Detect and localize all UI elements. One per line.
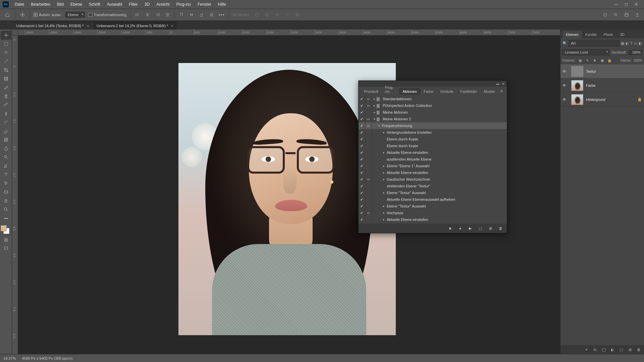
action-row[interactable]: ✔▸Ebene "Ebene 1" Auswahl	[359, 163, 507, 169]
action-dialog-toggle[interactable]	[365, 142, 372, 149]
action-row[interactable]: ✔▭▾Frequenztrennung	[359, 122, 507, 129]
panel-tab-farbe[interactable]: Farbe	[420, 88, 437, 95]
align-bottom-icon[interactable]	[198, 11, 205, 18]
layer-name[interactable]: Textur	[586, 69, 642, 73]
expand-toggle-icon[interactable]: ▾	[372, 117, 377, 121]
action-enabled-checkbox[interactable]: ✔	[359, 136, 365, 142]
layer-row[interactable]: 👁Textur	[560, 64, 644, 78]
home-icon[interactable]	[3, 11, 11, 19]
align-center-v-icon[interactable]	[188, 11, 195, 18]
menu-item-filter[interactable]: Filter	[125, 1, 141, 8]
hand-tool-icon[interactable]	[1, 196, 11, 205]
expand-toggle-icon[interactable]: ▸	[372, 111, 377, 114]
menu-item-bild[interactable]: Bild	[54, 1, 67, 8]
layer-visibility-icon[interactable]: 👁	[562, 98, 569, 102]
action-row[interactable]: ✔▸Aktuelle Ebene einstellen	[359, 149, 507, 156]
action-row[interactable]: ✔▭▸▇Standardaktionen	[359, 96, 507, 102]
action-row[interactable]: ✔ausblenden Aktuelle Ebene	[359, 156, 507, 163]
more-options-icon[interactable]: •••	[218, 11, 225, 18]
rectangle-tool-icon[interactable]	[1, 188, 11, 196]
expand-toggle-icon[interactable]: ▸	[381, 178, 386, 181]
new-set-icon[interactable]: ▢	[477, 225, 483, 231]
action-enabled-checkbox[interactable]: ✔	[359, 96, 365, 102]
crop-tool-icon[interactable]	[1, 66, 11, 74]
type-tool-icon[interactable]	[1, 170, 11, 179]
action-row[interactable]: ✔Aktuelle Ebene Ebenenauswahl aufheben	[359, 196, 507, 203]
layer-mask-icon[interactable]: ◯	[601, 347, 606, 352]
delete-action-icon[interactable]: 🗑	[497, 225, 503, 231]
layer-visibility-icon[interactable]: 👁	[562, 69, 569, 73]
action-enabled-checkbox[interactable]: ✔	[359, 116, 365, 122]
filter-pixel-icon[interactable]: ▦	[621, 40, 624, 46]
panel-tab-protokoll[interactable]: Protokoll	[361, 88, 382, 95]
menu-item-ebene[interactable]: Ebene	[67, 1, 86, 8]
quick-mask-icon[interactable]	[1, 236, 11, 244]
layer-row[interactable]: 👁Hintergrund🔒	[560, 93, 644, 107]
align-center-h-icon[interactable]	[144, 11, 151, 18]
delete-layer-icon[interactable]: 🗑	[636, 347, 641, 352]
action-row[interactable]: ✔▭▸Hochpass	[359, 209, 507, 216]
action-dialog-toggle[interactable]	[365, 189, 372, 196]
fill-input[interactable]: 100%	[633, 59, 642, 62]
action-enabled-checkbox[interactable]: ✔	[359, 163, 365, 169]
action-enabled-checkbox[interactable]: ✔	[359, 183, 365, 189]
action-enabled-checkbox[interactable]: ✔	[359, 122, 365, 129]
document-info[interactable]: 4500 Px x 5400 Px (300 ppcm)	[22, 356, 72, 360]
action-enabled-checkbox[interactable]: ✔	[359, 216, 365, 223]
expand-toggle-icon[interactable]: ▸	[381, 171, 386, 174]
action-dialog-toggle[interactable]: ▭	[365, 102, 372, 109]
tab-close-icon[interactable]: ✕	[87, 24, 89, 28]
action-enabled-checkbox[interactable]: ✔	[359, 196, 365, 203]
filter-shape-icon[interactable]: ▭	[634, 40, 637, 46]
action-row[interactable]: ✔▸▇Meine Aktionen	[359, 109, 507, 116]
action-enabled-checkbox[interactable]: ✔	[359, 156, 365, 163]
action-enabled-checkbox[interactable]: ✔	[359, 142, 365, 149]
menu-item-3d[interactable]: 3D	[141, 1, 153, 8]
align-top-icon[interactable]	[178, 11, 185, 18]
expand-toggle-icon[interactable]: ▸	[381, 204, 386, 208]
opacity-input[interactable]: 100%	[629, 50, 642, 55]
document-tab[interactable]: Unbenannt-1 bei 14,4% (Textur, RGB/8) *✕	[13, 22, 93, 29]
menu-item-schrift[interactable]: Schrift	[86, 1, 104, 8]
action-row[interactable]: ✔▸Aktuelle Ebene einstellen	[359, 216, 507, 223]
action-enabled-checkbox[interactable]: ✔	[359, 102, 365, 109]
auto-select-checkbox[interactable]: ✔ Autom. ausw.:	[34, 13, 62, 17]
action-dialog-toggle[interactable]	[365, 196, 372, 203]
adjustment-layer-icon[interactable]: ◐	[610, 347, 615, 352]
brush-tool-icon[interactable]	[1, 101, 11, 109]
action-dialog-toggle[interactable]	[365, 149, 372, 156]
panel-collapse-icon[interactable]: ◂◂	[496, 82, 499, 86]
layer-thumbnail[interactable]	[571, 66, 583, 77]
action-enabled-checkbox[interactable]: ✔	[359, 109, 365, 116]
panel-tab-verläufe[interactable]: Verläufe	[437, 88, 457, 95]
blend-mode-dropdown[interactable]: Lineares Licht	[562, 49, 609, 55]
panel-tab-aktionen[interactable]: Aktionen	[399, 88, 420, 95]
layer-visibility-icon[interactable]: 👁	[562, 83, 569, 87]
distribute-h-icon[interactable]	[164, 11, 171, 18]
action-dialog-toggle[interactable]	[365, 109, 372, 116]
panel-menu-icon[interactable]: ≡	[498, 87, 505, 95]
expand-toggle-icon[interactable]: ▾	[377, 124, 381, 127]
clone-stamp-tool-icon[interactable]	[1, 109, 11, 118]
menu-item-bearbeiten[interactable]: Bearbeiten	[28, 1, 54, 8]
filter-smart-icon[interactable]: ◧	[639, 40, 642, 46]
action-dialog-toggle[interactable]	[365, 183, 372, 189]
window-restore-button[interactable]: ◻	[621, 1, 631, 8]
panel-tab-kanäle[interactable]: Kanäle	[582, 31, 600, 38]
lock-transparent-icon[interactable]: ▦	[577, 58, 583, 63]
workspace-icon[interactable]	[623, 11, 630, 18]
menu-item-hilfe[interactable]: Hilfe	[215, 1, 229, 8]
color-swatches[interactable]	[0, 225, 12, 236]
action-dialog-toggle[interactable]: ▭	[365, 209, 372, 216]
align-right-icon[interactable]	[154, 11, 161, 18]
action-enabled-checkbox[interactable]: ✔	[359, 129, 365, 136]
layer-name[interactable]: Hintergrund	[586, 98, 635, 102]
window-close-button[interactable]: ✕	[631, 1, 641, 8]
distribute-v-icon[interactable]	[208, 11, 215, 18]
gradient-tool-icon[interactable]	[1, 135, 11, 144]
filter-adjust-icon[interactable]: ◐	[626, 40, 629, 46]
action-row[interactable]: ✔▭▾▇Meine Aktionen 2	[359, 116, 507, 122]
action-row[interactable]: ✔einblenden Ebene "Textur"	[359, 183, 507, 189]
layer-fx-icon[interactable]: fx	[592, 347, 598, 352]
layer-row[interactable]: 👁Farbe	[560, 78, 644, 93]
